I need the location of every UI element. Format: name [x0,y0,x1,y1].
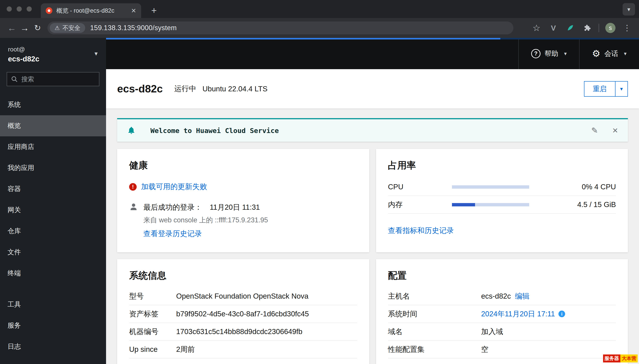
error-icon: ! [129,183,137,191]
sidebar-item-repository[interactable]: 仓库 [0,220,106,242]
sidebar-item-terminal[interactable]: 终端 [0,263,106,284]
machine-id-value: 1703c631c5c14bb88d9dcdc2306649fb [176,328,302,336]
domain-label: 域名 [388,327,481,337]
sidebar-item-logs[interactable]: 日志 [0,336,106,357]
window-zoom-button[interactable] [27,6,32,12]
window-close-button[interactable] [7,6,12,12]
page-header: ecs-d82c 运行中 Ubuntu 22.04.4 LTS 重启 ▾ [106,69,639,108]
sidebar-item-overview[interactable]: 概览 [0,115,106,136]
edit-icon[interactable]: ✎ [591,126,598,135]
configuration-card: 配置 主机名 ecs-d82c 编辑 系统时间 2024年11月20日 17:1… [376,259,628,364]
alert-title: Welcome to Huawei Cloud Service [150,126,279,134]
sidebar-nav: 系统 概览 应用商店 我的应用 容器 网关 仓库 文件 终端 工具 服务 日志 [0,94,106,357]
join-domain-link[interactable]: 加入域 [481,327,503,337]
sidebar-item-containers[interactable]: 容器 [0,178,106,200]
sidebar-item-tools[interactable]: 工具 [0,294,106,315]
update-error-link[interactable]: 加载可用的更新失败 [141,182,207,192]
host-name: ecs-d82c [8,55,98,63]
profile-avatar[interactable]: s [605,23,615,33]
configuration-rows: 主机名 ecs-d82c 编辑 系统时间 2024年11月20日 17:11 i… [388,288,616,358]
loading-progress-bar [106,38,639,40]
metrics-history-link[interactable]: 查看指标和历史记录 [388,226,454,236]
hostname-edit-link[interactable]: 编辑 [515,291,529,301]
system-time-link[interactable]: 2024年11月20日 17:11 [481,309,555,319]
close-icon[interactable]: ✕ [612,126,618,135]
security-chip-label: 不安全 [62,24,80,32]
restart-dropdown-toggle[interactable]: ▾ [615,81,628,97]
health-card-title: 健康 [129,159,357,172]
warning-icon: ⚠ [55,24,60,32]
extension-teal-icon[interactable] [565,22,575,33]
search-input[interactable] [21,76,95,83]
search-icon [11,76,18,82]
sidebar-item-app-store[interactable]: 应用商店 [0,136,106,158]
last-login-row: 最后成功的登录： 11月20日 11:31 来自 web console 上的 … [129,202,357,239]
tab-title: 概览 - root@ecs-d82c [56,7,128,15]
card-grid: 健康 ! 加载可用的更新失败 最后成功的登录： [117,149,628,364]
address-bar[interactable]: ⚠ 不安全 159.138.3.135:9000/system [48,22,513,34]
user-icon [129,202,138,211]
hostname-value: ecs-d82c [481,292,511,300]
host-switcher[interactable]: root@ ecs-d82c ▾ [0,38,106,63]
asset-tag-label: 资产标签 [129,309,176,319]
memory-value: 4.5 / 15 GiB [577,200,616,209]
configuration-title: 配置 [388,269,616,282]
table-row: 系统时间 2024年11月20日 17:11 i [388,305,616,323]
login-origin: 来自 web console 上的 ::ffff:175.9.231.95 [143,216,268,225]
reload-button[interactable]: ↻ [31,22,44,34]
last-login-label: 最后成功的登录： [143,203,202,211]
help-icon: ? [531,49,540,58]
sidebar-item-system[interactable]: 系统 [0,94,106,115]
model-value: OpenStack Foundation OpenStack Nova [176,292,308,300]
memory-progress-fill [452,203,475,206]
login-history-link[interactable]: 查看登录历史记录 [143,230,202,238]
info-icon[interactable]: i [558,310,565,317]
watermark-part1: 服务器 [603,354,620,362]
tab-close-icon[interactable]: ✕ [131,7,136,14]
watermark-badge: 服务器 大本营 [603,354,638,362]
performance-profile-value: 空 [481,344,489,354]
sidebar-search[interactable] [7,72,99,86]
asset-tag-value: b79f9502-4d5e-43c0-8af7-1d6cbd30fc45 [176,310,309,318]
browser-tab[interactable]: 概览 - root@ecs-d82c ✕ [41,3,141,18]
tab-search-button[interactable]: ▾ [622,3,635,16]
table-row: 性能配置集 空 [388,341,616,358]
extensions-puzzle-icon[interactable] [582,22,592,33]
security-chip[interactable]: ⚠ 不安全 [50,23,85,33]
chevron-down-icon: ▾ [564,50,567,57]
toolbar-icons: ☆ V s ⋮ [531,22,634,33]
page-title: ecs-d82c [117,83,163,95]
cpu-usage-row: CPU 0% 4 CPU [388,178,616,196]
memory-label: 内存 [388,200,424,210]
extension-v-icon[interactable]: V [548,22,559,33]
window-minimize-button[interactable] [17,6,22,12]
sidebar-item-gateway[interactable]: 网关 [0,200,106,220]
forward-button[interactable]: → [18,22,31,34]
page-content: Welcome to Huawei Cloud Service ✎ ✕ 健康 !… [106,108,639,364]
restart-button[interactable]: 重启 [584,81,615,97]
window-controls[interactable] [7,6,32,12]
memory-usage-row: 内存 4.5 / 15 GiB [388,196,616,214]
update-error-row: ! 加载可用的更新失败 [129,182,357,192]
bookmark-star-icon[interactable]: ☆ [531,22,542,33]
sidebar-item-files[interactable]: 文件 [0,242,106,263]
health-card: 健康 ! 加载可用的更新失败 最后成功的登录： [117,149,369,252]
chevron-down-icon: ▾ [624,50,626,57]
new-tab-button[interactable]: + [148,5,160,16]
system-info-card: 系统信息 型号 OpenStack Foundation OpenStack N… [117,259,369,364]
usage-rows: CPU 0% 4 CPU 内存 [388,178,616,214]
usage-card-title: 占用率 [388,159,616,172]
browser-menu-icon[interactable]: ⋮ [622,22,632,33]
tab-favicon-icon [46,7,52,14]
screen: 概览 - root@ecs-d82c ✕ + ▾ ← → ↻ ⚠ 不安全 159… [0,0,639,364]
help-menu[interactable]: ? 帮助 ▾ [518,38,579,69]
last-login-text: 最后成功的登录： 11月20日 11:31 来自 web console 上的 … [143,202,268,239]
session-menu[interactable]: ⚙ 会话 ▾ [579,38,639,69]
usage-card: 占用率 CPU 0% 4 CPU 内存 [376,149,628,252]
alert-actions: ✎ ✕ [591,126,618,135]
back-button[interactable]: ← [5,22,18,34]
cpu-progress-bar [452,185,529,189]
sidebar-item-services[interactable]: 服务 [0,315,106,336]
sidebar-item-my-apps[interactable]: 我的应用 [0,158,106,178]
memory-progress-bar [452,203,529,206]
